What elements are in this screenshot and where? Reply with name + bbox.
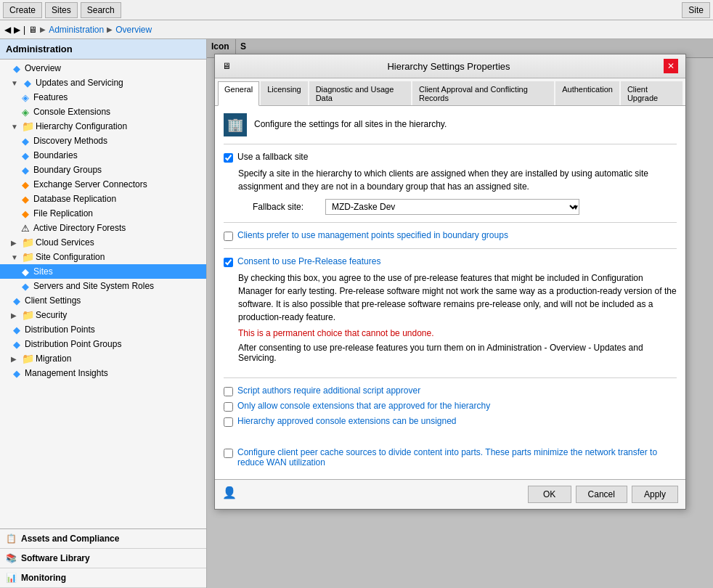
sidebar-item-features[interactable]: ◈ Features bbox=[0, 90, 206, 105]
cancel-button[interactable]: Cancel bbox=[576, 486, 627, 503]
dialog-footer-icon: 👤 bbox=[222, 486, 237, 503]
sidebar-item-client-settings[interactable]: ◆ Client Settings bbox=[0, 293, 206, 308]
sidebar-item-overview[interactable]: ◆ Overview bbox=[0, 61, 206, 75]
only-approved-checkbox[interactable] bbox=[224, 402, 233, 412]
sites-button[interactable]: Sites bbox=[45, 2, 78, 18]
expand-icon: ▼ bbox=[11, 253, 20, 261]
spacer bbox=[224, 431, 677, 443]
sidebar-item-dist-point-groups[interactable]: ◆ Distribution Point Groups bbox=[0, 337, 206, 351]
site-button[interactable]: Site bbox=[682, 2, 710, 18]
sidebar-item-label: Management Insights bbox=[25, 368, 108, 378]
client-peer-label[interactable]: Configure client peer cache sources to d… bbox=[237, 447, 677, 467]
sidebar-item-site-config[interactable]: ▼ 📁 Site Configuration bbox=[0, 250, 206, 264]
hierarchy-folder-icon: 📁 bbox=[22, 121, 33, 132]
mgmt-points-label[interactable]: Clients prefer to use management points … bbox=[237, 230, 508, 240]
monitoring-label: Monitoring bbox=[21, 573, 66, 583]
sidebar-item-label: Servers and Site System Roles bbox=[33, 281, 154, 291]
sidebar-item-label: Console Extensions bbox=[33, 107, 110, 117]
sidebar-item-dist-points[interactable]: ◆ Distribution Points bbox=[0, 322, 206, 337]
client-peer-checkbox[interactable] bbox=[224, 449, 233, 458]
sidebar-bottom-assets[interactable]: 📋 Assets and Compliance bbox=[0, 529, 206, 549]
sidebar-item-discovery[interactable]: ◆ Discovery Methods bbox=[0, 134, 206, 148]
hierarchy-icon: 🏢 bbox=[224, 113, 247, 136]
boundary-groups-icon: ◆ bbox=[20, 164, 31, 176]
sidebar-item-hierarchy-config[interactable]: ▼ 📁 Hierarchy Configuration bbox=[0, 119, 206, 134]
sidebar: Administration ◆ Overview ▼ ◆ Updates an… bbox=[0, 39, 207, 588]
breadcrumb-admin[interactable]: Administration bbox=[49, 25, 104, 35]
hierarchy-approved-row: Hierarchy approved console extensions ca… bbox=[224, 416, 677, 427]
expand-icon: ▼ bbox=[11, 123, 20, 131]
sidebar-item-boundaries[interactable]: ◆ Boundaries bbox=[0, 148, 206, 163]
sidebar-item-migration[interactable]: ▶ 📁 Migration bbox=[0, 351, 206, 366]
script-authors-label[interactable]: Script authors require additional script… bbox=[237, 385, 420, 396]
servers-icon: ◆ bbox=[20, 280, 31, 292]
sidebar-item-cloud-services[interactable]: ▶ 📁 Cloud Services bbox=[0, 235, 206, 250]
sidebar-item-security[interactable]: ▶ 📁 Security bbox=[0, 308, 206, 322]
only-approved-label[interactable]: Only allow console extensions that are a… bbox=[237, 401, 490, 411]
sidebar-bottom-software[interactable]: 📚 Software Library bbox=[0, 549, 206, 568]
sidebar-item-label: Boundary Groups bbox=[33, 165, 102, 175]
fallback-description-block: Specify a site in the hierarchy to which… bbox=[238, 167, 677, 215]
mgmt-points-checkbox[interactable] bbox=[224, 232, 233, 241]
nav-back[interactable]: ◀ bbox=[4, 25, 11, 35]
divider2 bbox=[224, 222, 677, 223]
features-icon: ◈ bbox=[20, 91, 31, 103]
tab-general[interactable]: General bbox=[218, 81, 259, 106]
hierarchy-approved-label[interactable]: Hierarchy approved console extensions ca… bbox=[237, 416, 457, 426]
dialog: 🖥 Hierarchy Settings Properties ✕ Genera… bbox=[214, 54, 686, 510]
breadcrumb-arrow2: ▶ bbox=[107, 25, 113, 33]
sidebar-item-label: Discovery Methods bbox=[33, 136, 107, 146]
dialog-close-button[interactable]: ✕ bbox=[664, 59, 678, 73]
hierarchy-approved-checkbox[interactable] bbox=[224, 417, 233, 427]
pre-release-label[interactable]: Consent to use Pre-Release features bbox=[237, 256, 380, 266]
monitoring-icon: 📊 bbox=[6, 573, 17, 583]
sidebar-item-label: Boundaries bbox=[33, 150, 78, 160]
mgmt-points-row: Clients prefer to use management points … bbox=[224, 230, 677, 241]
tab-client-upgrade[interactable]: Client Upgrade bbox=[621, 81, 683, 105]
sidebar-item-boundary-groups[interactable]: ◆ Boundary Groups bbox=[0, 163, 206, 177]
ok-button[interactable]: OK bbox=[528, 486, 571, 503]
pre-release-desc2: After consenting to use pre-release feat… bbox=[238, 343, 677, 363]
app-window: Create Sites Search Site ◀ ▶ | 🖥 ▶ Admin… bbox=[0, 0, 713, 588]
dialog-tabs: General Licensing Diagnostic and Usage D… bbox=[215, 78, 685, 106]
use-fallback-checkbox[interactable] bbox=[224, 153, 233, 163]
pre-release-checkbox[interactable] bbox=[224, 258, 233, 267]
pre-release-details: By checking this box, you agree to the u… bbox=[238, 271, 677, 363]
sidebar-item-console-ext[interactable]: ◈ Console Extensions bbox=[0, 105, 206, 119]
sidebar-item-updates[interactable]: ▼ ◆ Updates and Servicing bbox=[0, 75, 206, 90]
sidebar-item-db-replication[interactable]: ◆ Database Replication bbox=[0, 192, 206, 206]
sidebar-item-exchange[interactable]: ◆ Exchange Server Connectors bbox=[0, 177, 206, 192]
dist-point-groups-icon: ◆ bbox=[11, 338, 23, 350]
sidebar-item-label: Sites bbox=[33, 266, 53, 277]
tab-diagnostic[interactable]: Diagnostic and Usage Data bbox=[309, 81, 411, 105]
tab-authentication[interactable]: Authentication bbox=[555, 81, 619, 105]
nav-forward[interactable]: ▶ bbox=[14, 25, 20, 35]
fallback-site-select[interactable]: MZD-Zaske Dev bbox=[325, 199, 579, 215]
sidebar-item-file-replication[interactable]: ◆ File Replication bbox=[0, 206, 206, 221]
sidebar-item-label: Exchange Server Connectors bbox=[33, 179, 147, 189]
sidebar-bottom-monitoring[interactable]: 📊 Monitoring bbox=[0, 568, 206, 588]
create-button[interactable]: Create bbox=[3, 2, 42, 18]
apply-button[interactable]: Apply bbox=[632, 486, 678, 503]
migration-folder-icon: 📁 bbox=[22, 353, 33, 364]
search-button[interactable]: Search bbox=[81, 2, 121, 18]
tab-licensing[interactable]: Licensing bbox=[261, 81, 307, 105]
sites-icon: ◆ bbox=[20, 266, 31, 277]
script-authors-checkbox[interactable] bbox=[224, 387, 233, 396]
sidebar-item-sites[interactable]: ◆ Sites bbox=[0, 264, 206, 279]
use-fallback-row: Use a fallback site bbox=[224, 152, 677, 163]
breadcrumb-overview[interactable]: Overview bbox=[115, 25, 152, 35]
only-approved-row: Only allow console extensions that are a… bbox=[224, 401, 677, 412]
tab-client-approval[interactable]: Client Approval and Conflicting Records bbox=[412, 81, 554, 105]
assets-icon: 📋 bbox=[6, 534, 17, 544]
sidebar-title: Administration bbox=[6, 44, 73, 54]
sidebar-item-mgmt-insights[interactable]: ◆ Management Insights bbox=[0, 366, 206, 380]
sidebar-item-ad-forests[interactable]: ⚠ Active Directory Forests bbox=[0, 221, 206, 235]
breadcrumb-separator: | bbox=[23, 25, 25, 35]
divider4 bbox=[224, 377, 677, 378]
sidebar-item-label: Updates and Servicing bbox=[36, 78, 123, 88]
sidebar-item-servers[interactable]: ◆ Servers and Site System Roles bbox=[0, 279, 206, 293]
use-fallback-label[interactable]: Use a fallback site bbox=[237, 152, 308, 162]
assets-label: Assets and Compliance bbox=[21, 534, 119, 544]
software-icon: 📚 bbox=[6, 553, 17, 563]
